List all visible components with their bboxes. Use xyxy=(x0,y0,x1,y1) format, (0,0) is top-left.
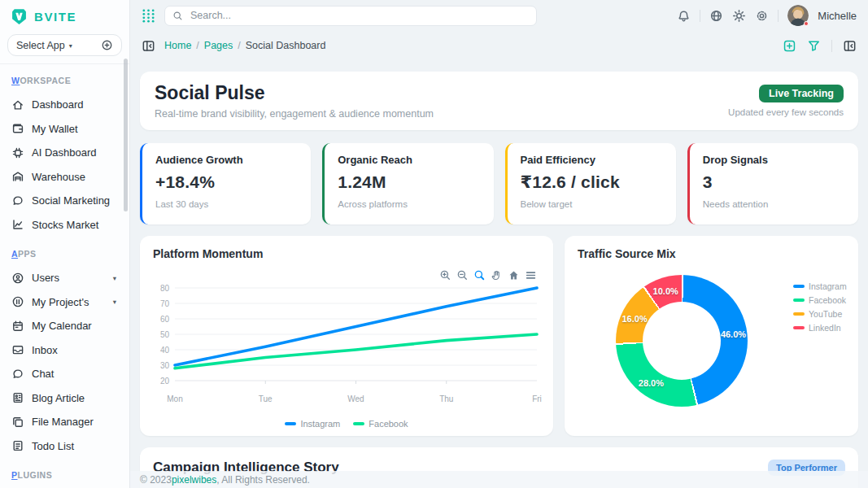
sidebar-toggle-icon[interactable] xyxy=(142,39,155,53)
page-subtitle: Real-time brand visibility, engagement &… xyxy=(155,108,434,120)
user-name[interactable]: Michelle xyxy=(818,10,857,22)
user-circle-icon xyxy=(11,272,24,285)
svg-text:Mon: Mon xyxy=(167,394,182,403)
sidebar-item-label: Blog Article xyxy=(32,392,85,404)
status-dot xyxy=(804,21,809,26)
svg-text:Thu: Thu xyxy=(439,394,453,403)
copyright-suffix: , All Rights Reserved. xyxy=(216,474,310,486)
chart-title: Traffic Source Mix xyxy=(578,247,845,260)
sidebar-item-label: Todo List xyxy=(32,440,74,452)
warehouse-icon xyxy=(11,170,24,183)
filter-funnel-icon[interactable] xyxy=(807,39,821,53)
todo-list-icon xyxy=(11,439,24,452)
sidebar-item-label: My Project's xyxy=(32,296,89,308)
legend-item-youtube[interactable]: YouTube xyxy=(793,309,847,319)
sidebar-item-label: Users xyxy=(32,272,59,284)
legend-item-instagram[interactable]: Instagram xyxy=(793,281,847,291)
circle-plus-icon[interactable] xyxy=(101,39,113,51)
sidebar-item-my-project-s[interactable]: My Project's▾ xyxy=(11,290,123,315)
donut-label-instagram: 46.0% xyxy=(721,329,746,339)
sidebar-item-inbox[interactable]: Inbox xyxy=(11,338,123,363)
sidebar-item-users[interactable]: Users▾ xyxy=(11,266,123,290)
bell-icon[interactable] xyxy=(677,9,691,23)
stat-value: 3 xyxy=(703,172,845,192)
sidebar: BVITE Select App ▾ WORKSPACEDashboardMy … xyxy=(0,0,130,488)
sidebar-item-stocks-market[interactable]: Stocks Market xyxy=(11,213,123,237)
donut-legend: InstagramFacebookYouTubeLinkedIn xyxy=(793,281,847,333)
main-area: Michelle Home/Pages/Social Dashboard Soc… xyxy=(130,0,868,488)
legend-item-facebook[interactable]: Facebook xyxy=(353,419,408,429)
legend-item-linkedin[interactable]: LinkedIn xyxy=(793,323,847,333)
stat-title: Audience Growth xyxy=(155,154,298,166)
legend-item-instagram[interactable]: Instagram xyxy=(285,419,340,429)
sidebar-item-my-calendar[interactable]: My Calendar xyxy=(11,314,123,338)
sidebar-scrollbar[interactable] xyxy=(124,59,128,211)
search-input[interactable] xyxy=(189,9,529,22)
breadcrumb: Home/Pages/Social Dashboard xyxy=(164,40,325,51)
panel-toggle-icon[interactable] xyxy=(843,39,857,53)
line-chart: 20304050607080MonTueWedThuFri xyxy=(148,280,543,408)
footer-brand-link[interactable]: pixelwibes xyxy=(172,474,216,486)
topbar-actions: Michelle xyxy=(677,5,857,26)
select-app-dropdown[interactable]: Select App ▾ xyxy=(7,34,122,56)
stat-value: +18.4% xyxy=(155,172,298,192)
breadcrumb-home[interactable]: Home xyxy=(164,40,191,51)
legend-label: LinkedIn xyxy=(809,323,841,333)
line-chart-legend: InstagramFacebook xyxy=(140,419,553,429)
stat-value: 1.24M xyxy=(338,172,480,192)
brand-name: BVITE xyxy=(34,10,76,24)
stat-title: Paid Efficiency xyxy=(521,154,663,166)
sidebar-item-my-wallet[interactable]: My Wallet xyxy=(11,117,123,142)
stat-caption: Across platforms xyxy=(338,199,480,209)
svg-text:40: 40 xyxy=(160,346,170,355)
sidebar-item-warehouse[interactable]: Warehouse xyxy=(11,165,123,190)
sidebar-item-label: File Manager xyxy=(32,416,94,428)
stat-card-paid-efficiency: Paid Efficiency₹12.6 / clickBelow target xyxy=(505,143,676,224)
breadcrumb-separator: / xyxy=(196,40,198,51)
app-root: BVITE Select App ▾ WORKSPACEDashboardMy … xyxy=(0,0,868,488)
inbox-icon xyxy=(11,343,24,356)
svg-text:Tue: Tue xyxy=(259,394,273,403)
section-header-workspace: WORKSPACE xyxy=(11,76,123,85)
stat-title: Drop Signals xyxy=(703,154,845,166)
gear-icon[interactable] xyxy=(755,9,769,23)
sidebar-item-blog-article[interactable]: Blog Article xyxy=(11,386,123,411)
plus-square-icon[interactable] xyxy=(783,39,796,53)
section-header-apps: APPS xyxy=(11,249,123,259)
sidebar-item-social-marketing[interactable]: Social Marketing xyxy=(11,189,123,213)
wallet-icon xyxy=(11,122,24,135)
legend-item-facebook[interactable]: Facebook xyxy=(793,295,847,305)
globe-icon[interactable] xyxy=(709,9,723,23)
breadcrumb-pages[interactable]: Pages xyxy=(204,40,233,51)
svg-text:20: 20 xyxy=(160,377,170,386)
breadcrumb-separator: / xyxy=(238,40,240,51)
brand[interactable]: BVITE xyxy=(0,0,129,32)
svg-text:60: 60 xyxy=(160,315,170,324)
page-title: Social Pulse xyxy=(155,82,434,104)
sidebar-item-dashboard[interactable]: Dashboard xyxy=(11,93,123,117)
sun-icon[interactable] xyxy=(732,9,746,23)
sidebar-item-file-manager[interactable]: File Manager xyxy=(11,410,123,434)
chevron-down-icon: ▾ xyxy=(69,42,72,50)
file-manager-icon xyxy=(11,416,24,429)
stat-value: ₹12.6 / click xyxy=(521,172,663,192)
topbar: Michelle xyxy=(130,0,868,31)
chart-line-icon xyxy=(11,218,24,231)
app-grid-icon[interactable] xyxy=(142,8,155,24)
sidebar-item-ai-dashboard[interactable]: AI Dashboard xyxy=(11,141,123,165)
search-box[interactable] xyxy=(164,6,537,26)
sidebar-menu: WORKSPACEDashboardMy WalletAI DashboardW… xyxy=(0,64,129,488)
search-icon xyxy=(172,11,183,21)
speech-bubble-icon xyxy=(11,194,24,207)
sidebar-item-chat[interactable]: Chat xyxy=(11,362,123,386)
sidebar-item-label: AI Dashboard xyxy=(32,146,97,159)
ai-chip-icon xyxy=(11,146,24,159)
stat-card-drop-signals: Drop Signals3Needs attention xyxy=(687,143,858,224)
legend-marker xyxy=(353,422,364,425)
stat-title: Organic Reach xyxy=(338,154,480,166)
legend-label: YouTube xyxy=(809,309,842,319)
avatar[interactable] xyxy=(787,5,809,26)
sidebar-item-label: Inbox xyxy=(32,344,58,356)
platform-momentum-card: Platform Momentum 20304050607080MonTueWe… xyxy=(140,236,553,436)
sidebar-item-todo-list[interactable]: Todo List xyxy=(11,434,123,459)
